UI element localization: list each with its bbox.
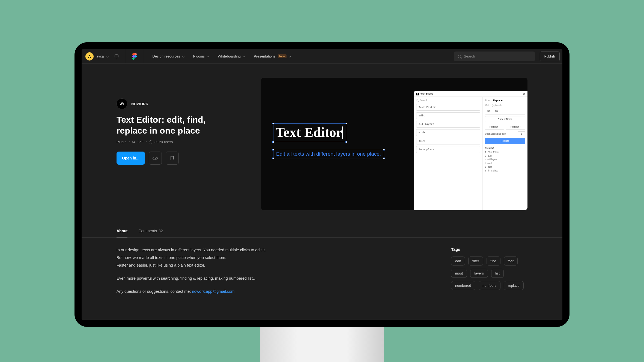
panel-text-field[interactable]: in a place [416,146,480,153]
plugin-title: Text Editor [421,93,433,95]
nav-link-label: Presentations [254,54,276,58]
users-icon [149,140,152,144]
tag-item[interactable]: find [487,257,500,266]
nav-design-resources[interactable]: Design resources [152,54,184,58]
ascend-label: Start ascending from [485,132,516,135]
selection-box: Edit all texts with different layers in … [273,150,384,158]
number-down-button[interactable]: Number ↓ [485,124,504,130]
hero-sub: Edit all texts with different layers in … [273,150,384,158]
top-nav: A ayca Design resources Plugins [82,49,562,64]
comments-count: 32 [159,229,163,234]
hero-preview: Text Editor Edit all texts with differen… [261,78,527,210]
tag-list: edit filter find font input layers list … [451,257,527,290]
plugin-icon: T [416,93,419,95]
content-area: In our design, texts are always in diffe… [82,238,562,296]
author-logo-icon: W: [117,98,127,109]
divider [125,49,125,64]
action-row: Open in... [117,152,234,165]
plugin-panel-header: T Text Editor ✕ [414,91,527,97]
panel-search[interactable]: Search [416,99,480,102]
avatar: A [85,52,94,61]
desc-line: Faster and easier, just like using a pla… [117,262,418,269]
nav-whiteboarding[interactable]: Whiteboarding [218,54,245,58]
preview-item: 3 - all layers [485,158,525,162]
hero-heading: Text Editor [273,124,346,142]
divider [144,49,144,64]
tag-item[interactable]: input [451,269,467,278]
tag-item[interactable]: numbered [451,281,475,290]
close-icon[interactable]: ✕ [523,92,525,96]
heart-icon [154,156,157,159]
publish-button[interactable]: Publish [540,52,560,61]
tab-replace[interactable]: Replace [493,99,503,102]
chevron-down-icon [242,54,245,57]
monitor-stand [260,327,384,362]
heart-icon [133,141,135,143]
content-tabs: About Comments 32 [82,229,562,238]
current-name-button[interactable]: Current Name [485,116,525,122]
ascend-input[interactable]: 1 [518,131,525,136]
users-count: 30.6k users [154,140,173,144]
nav-links: Design resources Plugins Whiteboarding P… [152,54,291,58]
bookmark-icon [171,156,174,160]
account-menu[interactable]: A ayca [84,52,110,61]
new-badge: New [278,54,287,58]
search-input[interactable]: Search [454,52,535,61]
preview-item: 2 - Edit [485,154,525,158]
tab-comments[interactable]: Comments 32 [138,229,163,237]
likes-count: 252 [138,140,144,144]
search-icon [416,99,418,101]
panel-search-placeholder: Search [420,99,428,102]
match-input[interactable]: $n - $& [485,108,525,114]
like-button[interactable] [149,152,162,165]
preview-item: 5 - text [485,165,525,169]
tag-item[interactable]: edit [451,257,465,266]
author-link[interactable]: W: NOWORK [117,98,234,109]
tag-item[interactable]: filter [468,257,483,266]
tag-item[interactable]: layers [470,269,488,278]
figma-logo-icon[interactable] [132,53,137,60]
tab-filter[interactable]: Filter [485,99,490,102]
tab-label: Comments [138,229,157,234]
tag-item[interactable]: replace [504,281,524,290]
replace-button[interactable]: Replace [485,138,525,144]
desc-text: Any questions or suggestions, contact me… [117,289,192,294]
desc-line: Any questions or suggestions, contact me… [117,288,418,295]
chevron-down-icon [207,54,210,57]
tag-item[interactable]: numbers [479,281,501,290]
monitor-frame: A ayca Design resources Plugins [74,42,570,327]
desc-line: In our design, texts are always in diffe… [117,247,418,254]
tag-item[interactable]: font [504,257,518,266]
open-in-button[interactable]: Open in... [117,152,145,165]
search-icon [458,55,461,58]
nav-plugins[interactable]: Plugins [193,54,209,58]
nav-presentations[interactable]: Presentations New [254,54,291,58]
desc-line: Even more powerful with searching, findi… [117,275,418,282]
page-body: W: NOWORK Text Editor: edit, find, repla… [82,64,562,210]
tags-heading: Tags [451,247,527,252]
author-name: NOWORK [131,102,148,106]
panel-text-field[interactable]: Text Editor [416,104,480,111]
number-up-button[interactable]: Number ↑ [506,124,525,130]
panel-text-field[interactable]: with [416,129,480,136]
chevron-down-icon [182,54,185,57]
panel-text-field[interactable]: Edit [416,112,480,119]
preview-item: 6 - in a place [485,169,525,173]
description: In our design, texts are always in diffe… [117,247,418,296]
bell-icon[interactable] [115,55,118,58]
screen: A ayca Design resources Plugins [82,49,562,320]
tag-item[interactable]: list [491,269,504,278]
listing-info: W: NOWORK Text Editor: edit, find, repla… [117,78,234,210]
preview-item: 1 - Text Editor [485,150,525,154]
listing-meta: Plugin • 252 • 30.6k users [117,140,234,144]
plugin-panel: T Text Editor ✕ Search Text Editor Edit [414,91,527,210]
chevron-down-icon [106,54,109,57]
save-button[interactable] [166,152,179,165]
resource-type: Plugin [117,140,126,144]
panel-text-field[interactable]: all layers [416,121,480,128]
tab-about[interactable]: About [117,229,127,237]
panel-text-field[interactable]: text [416,138,480,144]
contact-email-link[interactable]: nowork.app@gmail.com [192,289,234,294]
panel-right-col: Filter Replace Match (optional) $n - $& … [483,97,527,210]
desc-line: But now, we made all texts in one place … [117,255,418,261]
